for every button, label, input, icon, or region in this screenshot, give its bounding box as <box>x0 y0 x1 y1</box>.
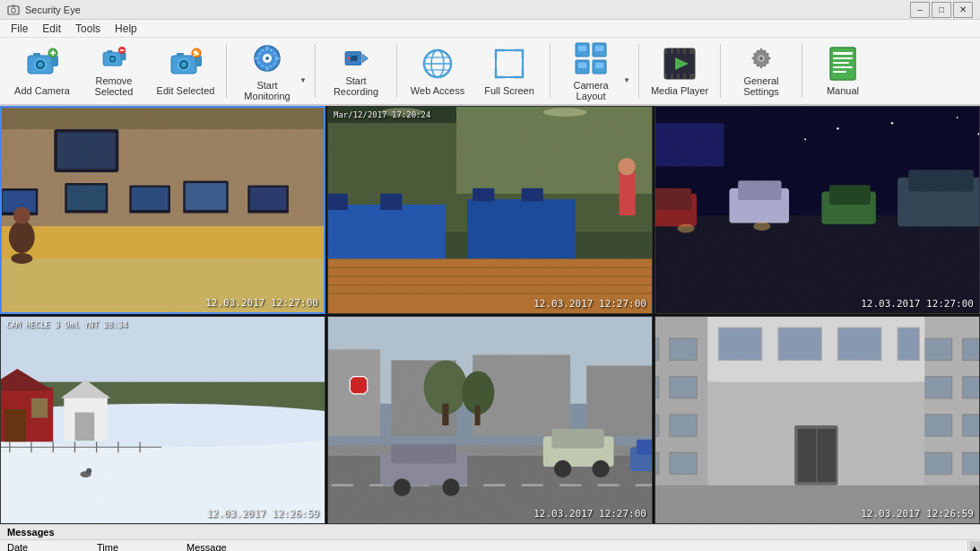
general-settings-button[interactable]: General Settings <box>726 40 796 101</box>
monitoring-label: Start Monitoring <box>235 80 299 101</box>
close-button[interactable]: ✕ <box>953 2 973 18</box>
camera-layout-button[interactable]: Camera Layout ▼ <box>556 40 633 101</box>
svg-rect-67 <box>833 57 853 59</box>
col-date: Date <box>0 540 90 551</box>
svg-point-169 <box>592 460 609 477</box>
svg-point-124 <box>837 127 838 129</box>
camera-3[interactable]: 12.03.2017 12:27:00 <box>655 106 980 314</box>
svg-rect-81 <box>67 185 106 210</box>
layout-icon <box>573 40 609 76</box>
svg-rect-46 <box>578 46 586 51</box>
cam2-label: Mar/12/2017 17:20:24 <box>334 110 430 119</box>
camera-5[interactable]: 12.03.2017 12:27:00 <box>327 316 653 524</box>
svg-rect-70 <box>833 71 846 73</box>
svg-point-109 <box>543 108 586 117</box>
cam1-scene <box>2 108 324 312</box>
svg-point-152 <box>86 468 91 474</box>
svg-rect-95 <box>328 205 446 259</box>
svg-rect-182 <box>655 377 659 398</box>
svg-rect-83 <box>132 188 169 210</box>
camera-2[interactable]: Mar/12/2017 17:20:24 12.03.2017 12:27:00 <box>327 106 653 314</box>
svg-rect-176 <box>637 440 652 455</box>
svg-rect-105 <box>522 188 543 202</box>
maximize-button[interactable]: □ <box>932 2 951 18</box>
svg-rect-68 <box>833 62 849 64</box>
camera-4[interactable]: CAM HECLE 3 9ml YNT 28:34 12.03.2017 12:… <box>0 316 325 524</box>
start-recording-button[interactable]: Start Recording <box>321 40 391 101</box>
scrollbar[interactable]: ▲ ▼ <box>967 540 980 551</box>
svg-rect-136 <box>4 409 26 442</box>
edit-selected-label: Edit Selected <box>157 85 215 96</box>
svg-point-13 <box>110 57 115 62</box>
svg-rect-58 <box>673 74 677 79</box>
svg-rect-48 <box>578 63 586 68</box>
cam3-scene <box>655 107 979 313</box>
cam1-timestamp: 12.03.2017 12:27:00 <box>205 297 318 309</box>
svg-rect-189 <box>924 338 951 360</box>
svg-rect-158 <box>586 365 652 436</box>
menu-file[interactable]: File <box>4 21 35 37</box>
svg-marker-174 <box>350 377 367 394</box>
full-screen-button[interactable]: Full Screen <box>474 40 544 101</box>
app-icon <box>7 4 20 16</box>
svg-rect-183 <box>670 377 697 398</box>
menu-help[interactable]: Help <box>108 21 144 37</box>
svg-rect-193 <box>924 415 951 436</box>
toolbar: Add Camera Remove Selected Edit Selected <box>0 38 980 106</box>
web-access-button[interactable]: Web Access <box>403 40 473 101</box>
toolbar-separator-6 <box>720 44 721 98</box>
svg-rect-171 <box>391 444 456 464</box>
add-camera-button[interactable]: Add Camera <box>7 40 77 101</box>
svg-rect-201 <box>838 328 881 360</box>
titlebar-left: Security Eye <box>7 4 81 16</box>
cam2-scene <box>328 107 652 313</box>
remove-selected-button[interactable]: Remove Selected <box>79 40 149 101</box>
menubar: File Edit Tools Help <box>0 20 980 38</box>
edit-selected-button[interactable]: Edit Selected <box>151 40 221 101</box>
svg-rect-69 <box>833 66 853 68</box>
add-camera-label: Add Camera <box>14 85 70 96</box>
svg-point-122 <box>753 222 770 231</box>
menu-edit[interactable]: Edit <box>35 21 68 37</box>
camera-6[interactable]: 12.03.2017 12:26:59 <box>655 316 980 524</box>
svg-rect-41 <box>496 50 523 77</box>
camera-1[interactable]: 12.03.2017 12:27:00 <box>0 106 325 314</box>
scroll-up[interactable]: ▲ <box>969 541 980 551</box>
cam5-timestamp: 12.03.2017 12:27:00 <box>533 508 646 520</box>
toolbar-separator-4 <box>550 44 551 98</box>
svg-rect-162 <box>475 406 481 425</box>
col-time: Time <box>90 540 179 551</box>
remove-selected-label: Remove Selected <box>82 75 146 97</box>
toolbar-separator-5 <box>638 44 639 98</box>
svg-rect-180 <box>655 338 659 360</box>
titlebar: Security Eye – □ ✕ <box>0 0 980 20</box>
svg-rect-0 <box>8 6 19 14</box>
messages-table-container[interactable]: Date Time Message 12.03.201711:15:00Prog… <box>0 540 967 551</box>
svg-rect-85 <box>186 183 227 210</box>
messages-table: Date Time Message 12.03.201711:15:00Prog… <box>0 540 967 551</box>
edit-icon <box>168 46 204 82</box>
svg-rect-202 <box>898 328 919 360</box>
manual-button[interactable]: Manual <box>808 40 878 101</box>
camera-layout-label: Camera Layout <box>559 80 623 101</box>
cam4-label: CAM HECLE 3 9ml YNT 28:34 <box>6 320 127 329</box>
minimize-button[interactable]: – <box>910 2 930 18</box>
media-player-button[interactable]: Media Player <box>645 40 715 101</box>
svg-rect-14 <box>108 50 113 53</box>
svg-rect-191 <box>924 377 951 398</box>
svg-point-172 <box>394 478 411 495</box>
svg-rect-56 <box>686 48 689 54</box>
svg-rect-77 <box>2 226 324 258</box>
svg-rect-141 <box>74 413 94 441</box>
svg-point-64 <box>759 57 763 60</box>
svg-rect-102 <box>328 194 348 210</box>
svg-rect-123 <box>655 123 724 166</box>
menu-tools[interactable]: Tools <box>68 21 108 37</box>
cam5-scene <box>328 317 652 523</box>
full-screen-label: Full Screen <box>484 85 534 96</box>
settings-icon <box>743 45 779 72</box>
start-monitoring-button[interactable]: Start Monitoring ▼ <box>232 40 309 101</box>
svg-point-5 <box>38 62 43 67</box>
cam6-scene <box>655 317 979 523</box>
fullscreen-icon <box>491 46 527 82</box>
